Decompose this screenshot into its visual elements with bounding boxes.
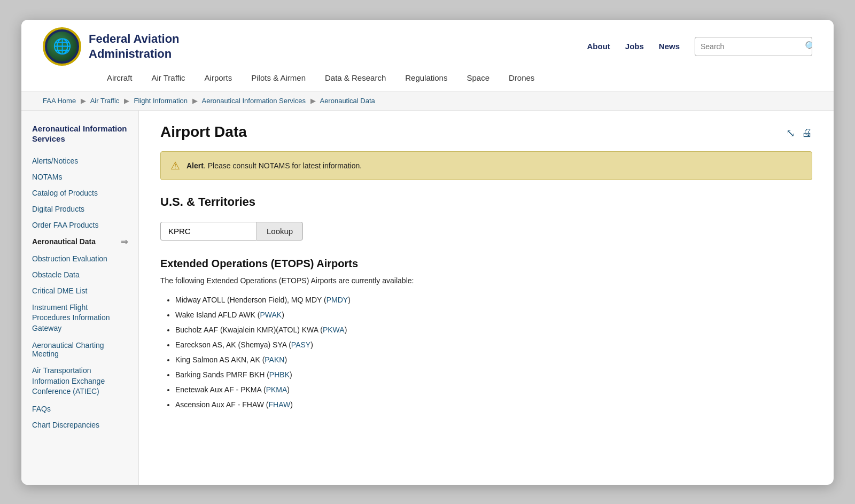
sidebar-item-ifp-gateway[interactable]: Instrument Flight Procedures Information… bbox=[21, 299, 138, 338]
etops-item-4-after: ) bbox=[284, 355, 287, 364]
sidebar-item-obstacle-data[interactable]: Obstacle Data bbox=[21, 267, 138, 283]
logo-area: 🌐 Federal AviationAdministration bbox=[43, 27, 180, 66]
etops-item-2-after: ) bbox=[345, 325, 347, 334]
lookup-button[interactable]: Lookup bbox=[256, 222, 303, 241]
breadcrumb-aero-data[interactable]: Aeronautical Data bbox=[320, 97, 375, 105]
nav-airports[interactable]: Airports bbox=[205, 71, 232, 84]
nav-news[interactable]: News bbox=[659, 42, 680, 51]
sidebar-arrow-icon: ⇒ bbox=[121, 237, 128, 247]
sidebar-item-alerts[interactable]: Alerts/Notices bbox=[21, 153, 138, 169]
etops-item-1-text: Wake Island AFLD AWK ( bbox=[175, 311, 260, 319]
etops-item-4-text: King Salmon AS AKN, AK ( bbox=[175, 355, 265, 364]
alert-box: ⚠ Alert. Please consult NOTAMS for lates… bbox=[160, 151, 812, 180]
sidebar-item-charting-meeting[interactable]: Aeronautical Charting Meeting bbox=[21, 337, 138, 362]
content-area: Airport Data ⤡ 🖨 ⚠ Alert. Please consult… bbox=[139, 111, 834, 485]
sidebar-item-digital[interactable]: Digital Products bbox=[21, 201, 138, 217]
section-title: U.S. & Territories bbox=[160, 195, 812, 213]
etops-item-2-text: Bucholz AAF (Kwajalein KMR)(ATOL) KWA ( bbox=[175, 325, 323, 334]
etops-item-5-after: ) bbox=[290, 370, 292, 379]
sidebar: Aeronautical Information Services Alerts… bbox=[21, 111, 139, 485]
etops-item-7-text: Ascension Aux AF - FHAW ( bbox=[175, 400, 269, 409]
sidebar-item-notams[interactable]: NOTAMs bbox=[21, 169, 138, 185]
breadcrumb-sep-4: ▶ bbox=[310, 97, 316, 105]
etops-item-6-text: Enetewak Aux AF - PKMA ( bbox=[175, 385, 266, 394]
etops-link-PWAK[interactable]: PWAK bbox=[260, 311, 282, 319]
breadcrumb-faa-home[interactable]: FAA Home bbox=[43, 97, 76, 105]
nav-right: About Jobs News 🔍 bbox=[587, 37, 812, 56]
alert-text: Alert. Please consult NOTAMS for latest … bbox=[186, 161, 362, 170]
sidebar-item-faqs[interactable]: FAQs bbox=[21, 401, 138, 417]
search-button[interactable]: 🔍 bbox=[799, 41, 812, 52]
sidebar-item-critical-dme[interactable]: Critical DME List bbox=[21, 283, 138, 299]
breadcrumb-sep-2: ▶ bbox=[124, 97, 129, 105]
etops-item-5-text: Barking Sands PMRF BKH ( bbox=[175, 370, 269, 379]
breadcrumb-flight-info[interactable]: Flight Information bbox=[134, 97, 188, 105]
logo-globe-bg: 🌐 bbox=[47, 32, 77, 61]
org-name: Federal AviationAdministration bbox=[89, 32, 180, 61]
sidebar-item-obstruction-eval[interactable]: Obstruction Evaluation bbox=[21, 251, 138, 267]
etops-item-3-text: Eareckson AS, AK (Shemya) SYA ( bbox=[175, 340, 291, 349]
sidebar-item-order[interactable]: Order FAA Products bbox=[21, 217, 138, 233]
sidebar-item-chart-discrepancies[interactable]: Chart Discrepancies bbox=[21, 417, 138, 433]
breadcrumb-sep-3: ▶ bbox=[192, 97, 198, 105]
alert-triangle-icon: ⚠ bbox=[170, 159, 180, 172]
etops-link-PHBK[interactable]: PHBK bbox=[269, 370, 290, 379]
breadcrumb-air-traffic[interactable]: Air Traffic bbox=[90, 97, 120, 105]
etops-item-7-after: ) bbox=[290, 400, 293, 409]
search-input[interactable] bbox=[695, 42, 799, 51]
list-item: King Salmon AS AKN, AK (PAKN) bbox=[175, 352, 812, 367]
etops-item-6-after: ) bbox=[287, 385, 290, 394]
nav-aircraft[interactable]: Aircraft bbox=[107, 71, 133, 84]
sidebar-item-aero-data[interactable]: Aeronautical Data ⇒ bbox=[21, 233, 138, 251]
list-item: Midway ATOLL (Henderson Field), MQ MDY (… bbox=[175, 292, 812, 307]
breadcrumb: FAA Home ▶ Air Traffic ▶ Flight Informat… bbox=[21, 91, 834, 111]
content-header: Airport Data ⤡ 🖨 bbox=[160, 123, 812, 141]
alert-bold: Alert bbox=[186, 161, 204, 170]
nav-pilots[interactable]: Pilots & Airmen bbox=[251, 71, 306, 84]
list-item: Barking Sands PMRF BKH (PHBK) bbox=[175, 367, 812, 382]
breadcrumb-aero-info[interactable]: Aeronautical Information Services bbox=[202, 97, 306, 105]
top-nav: 🌐 Federal AviationAdministration About J… bbox=[21, 20, 834, 91]
nav-jobs[interactable]: Jobs bbox=[625, 42, 644, 51]
etops-link-PMDY[interactable]: PMDY bbox=[327, 296, 348, 304]
airport-lookup-input[interactable] bbox=[160, 222, 256, 241]
etops-title: Extended Operations (ETOPS) Airports bbox=[160, 258, 812, 270]
lookup-area: Lookup bbox=[160, 222, 812, 241]
nav-space[interactable]: Space bbox=[467, 71, 489, 84]
etops-link-FHAW[interactable]: FHAW bbox=[269, 400, 291, 409]
etops-item-0-after: ) bbox=[348, 296, 351, 304]
etops-link-PKMA[interactable]: PKMA bbox=[266, 385, 287, 394]
etops-link-PASY[interactable]: PASY bbox=[291, 340, 310, 349]
list-item: Enetewak Aux AF - PKMA (PKMA) bbox=[175, 382, 812, 397]
sidebar-item-atiec[interactable]: Air Transportation Information Exchange … bbox=[21, 362, 138, 401]
list-item: Wake Island AFLD AWK (PWAK) bbox=[175, 307, 812, 322]
sidebar-title: Aeronautical Information Services bbox=[21, 123, 138, 153]
etops-item-3-after: ) bbox=[310, 340, 313, 349]
faa-logo: 🌐 bbox=[43, 27, 81, 66]
page-title: Airport Data bbox=[160, 123, 247, 141]
etops-list: Midway ATOLL (Henderson Field), MQ MDY (… bbox=[160, 292, 812, 412]
etops-link-PKWA[interactable]: PKWA bbox=[323, 325, 345, 334]
nav-about[interactable]: About bbox=[587, 42, 610, 51]
nav-drones[interactable]: Drones bbox=[509, 71, 534, 84]
print-icon[interactable]: 🖨 bbox=[802, 127, 812, 139]
nav-regulations[interactable]: Regulations bbox=[405, 71, 447, 84]
main-nav: Aircraft Air Traffic Airports Pilots & A… bbox=[43, 71, 812, 91]
sidebar-item-aero-data-label: Aeronautical Data bbox=[32, 237, 96, 246]
list-item: Ascension Aux AF - FHAW (FHAW) bbox=[175, 397, 812, 412]
etops-item-1-after: ) bbox=[282, 311, 284, 319]
nav-air-traffic[interactable]: Air Traffic bbox=[152, 71, 185, 84]
search-box: 🔍 bbox=[695, 37, 812, 56]
etops-link-PAKN[interactable]: PAKN bbox=[265, 355, 284, 364]
list-item: Bucholz AAF (Kwajalein KMR)(ATOL) KWA (P… bbox=[175, 322, 812, 337]
etops-item-0-text: Midway ATOLL (Henderson Field), MQ MDY ( bbox=[175, 296, 327, 304]
sidebar-item-catalog[interactable]: Catalog of Products bbox=[21, 185, 138, 201]
share-icon[interactable]: ⤡ bbox=[786, 127, 795, 139]
etops-desc: The following Extended Operations (ETOPS… bbox=[160, 276, 812, 285]
content-actions: ⤡ 🖨 bbox=[786, 127, 812, 139]
main-window: 🌐 Federal AviationAdministration About J… bbox=[21, 20, 834, 485]
main-layout: Aeronautical Information Services Alerts… bbox=[21, 111, 834, 485]
nav-data[interactable]: Data & Research bbox=[325, 71, 386, 84]
alert-body: . Please consult NOTAMS for latest infor… bbox=[204, 161, 362, 170]
globe-icon: 🌐 bbox=[53, 37, 72, 55]
